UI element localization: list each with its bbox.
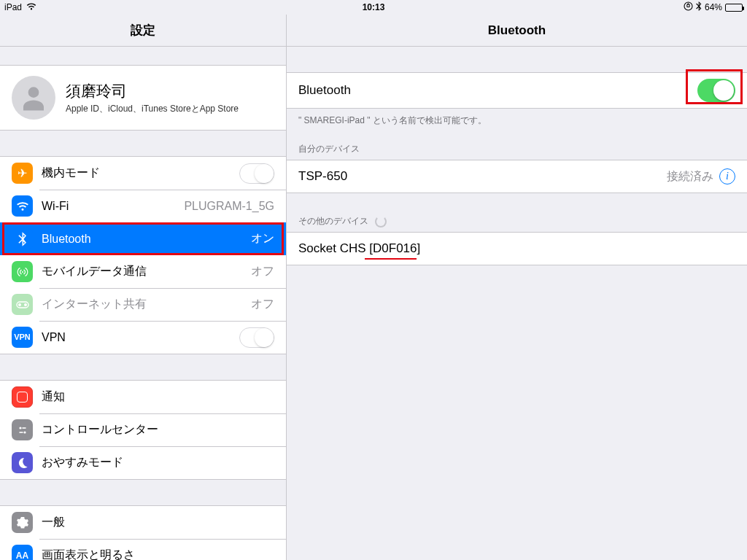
hotspot-value: オフ	[251, 297, 274, 312]
bluetooth-value: オン	[251, 231, 274, 246]
dnd-icon	[12, 452, 33, 473]
device-socket-chs[interactable]: Socket CHS [D0F016]	[287, 233, 747, 265]
other-devices-header: その他のデバイス	[287, 215, 747, 232]
profile-name: 須磨玲司	[66, 81, 239, 101]
wifi-icon	[26, 2, 36, 12]
sidebar-item-do-not-disturb[interactable]: おやすみモード	[0, 446, 286, 479]
bluetooth-icon	[696, 1, 702, 13]
bluetooth-toggle[interactable]	[697, 79, 735, 102]
device-status: 接続済み	[667, 169, 713, 184]
display-icon: AA	[12, 545, 33, 560]
wifi-value: PLUGRAM-1_5G	[184, 200, 274, 213]
sidebar-item-display[interactable]: AA 画面表示と明るさ	[0, 539, 286, 560]
profile-subtitle: Apple ID、iCloud、iTunes StoreとApp Store	[66, 103, 239, 115]
sidebar-title: 設定	[0, 15, 286, 47]
airplane-icon: ✈︎	[12, 163, 33, 184]
avatar	[12, 76, 55, 120]
apple-id-cell[interactable]: 須磨玲司 Apple ID、iCloud、iTunes StoreとApp St…	[0, 66, 286, 130]
airplane-toggle[interactable]	[239, 163, 274, 184]
control-center-icon	[12, 419, 33, 440]
sidebar-item-hotspot[interactable]: インターネット共有 オフ	[0, 288, 286, 321]
sidebar-item-bluetooth[interactable]: Bluetooth オン	[0, 222, 286, 255]
svg-point-3	[24, 303, 27, 306]
underline-annotation	[365, 258, 417, 260]
vpn-icon: VPN	[12, 327, 33, 348]
status-bar: iPad 10:13 64%	[0, 0, 747, 15]
bluetooth-settings-icon	[12, 228, 33, 249]
sidebar-item-cellular[interactable]: モバイルデータ通信 オフ	[0, 255, 286, 288]
battery-pct: 64%	[705, 2, 722, 12]
my-devices-header: 自分のデバイス	[287, 143, 747, 160]
cellular-icon	[12, 261, 33, 282]
sidebar-item-control-center[interactable]: コントロールセンター	[0, 413, 286, 446]
sidebar-item-wifi[interactable]: Wi-Fi PLUGRAM-1_5G	[0, 190, 286, 222]
sidebar-item-notifications[interactable]: 通知	[0, 381, 286, 413]
status-time: 10:13	[250, 2, 496, 12]
vpn-toggle[interactable]	[239, 327, 274, 348]
svg-point-2	[18, 303, 21, 306]
sidebar-item-general[interactable]: 一般	[0, 506, 286, 539]
svg-rect-7	[19, 432, 23, 433]
battery-icon	[725, 4, 743, 12]
orientation-lock-icon	[684, 1, 693, 13]
bluetooth-toggle-cell: Bluetooth	[287, 73, 747, 108]
general-icon	[12, 512, 33, 533]
status-device: iPad	[4, 2, 22, 12]
info-icon[interactable]: i	[719, 168, 735, 184]
spinner-icon	[375, 216, 387, 228]
wifi-settings-icon	[12, 195, 33, 217]
hotspot-icon	[12, 294, 33, 315]
svg-point-6	[23, 431, 26, 433]
sidebar-item-airplane-mode[interactable]: ✈︎ 機内モード	[0, 157, 286, 190]
page-title: Bluetooth	[287, 15, 747, 47]
discoverable-footer: " SMAREGI-iPad " という名前で検出可能です。	[287, 109, 747, 127]
device-tsp-650[interactable]: TSP-650 接続済み i	[287, 160, 747, 192]
cellular-value: オフ	[251, 264, 274, 279]
svg-rect-5	[22, 427, 26, 429]
svg-point-4	[19, 427, 21, 429]
sidebar-item-vpn[interactable]: VPN VPN	[0, 321, 286, 354]
notifications-icon	[12, 386, 33, 408]
